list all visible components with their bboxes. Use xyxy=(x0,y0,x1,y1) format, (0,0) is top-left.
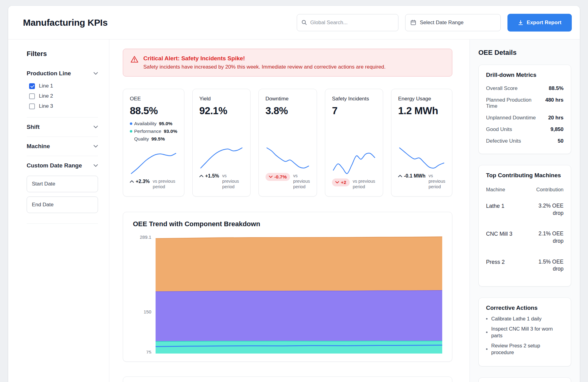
metric-row: Good Units 9,850 xyxy=(486,124,564,135)
y-axis-ticks: 289.115075 xyxy=(133,234,156,354)
chevron-down-icon xyxy=(269,176,273,178)
custom-date-inputs xyxy=(27,176,98,213)
custom-date-range-header[interactable]: Custom Date Range xyxy=(27,162,98,169)
machine-contribution: 1.5% OEE drop xyxy=(527,258,564,273)
yield-sparkline xyxy=(199,146,243,170)
export-report-label: Export Report xyxy=(527,20,561,26)
kpi-trend-block: -0.7% vs previous period xyxy=(266,146,310,189)
filter-section-custom-date-range: Custom Date Range xyxy=(27,156,98,224)
chevron-down-icon xyxy=(93,164,98,167)
y-tick-label: 75 xyxy=(146,349,151,354)
top-bar: Manufacturing KPIs Select Date Range Exp… xyxy=(8,6,580,39)
action-text: Calibrate Lathe 1 daily xyxy=(491,316,541,322)
shift-label: Shift xyxy=(27,124,40,130)
recent-incidents-card: Recent Incidents xyxy=(478,377,571,382)
machine-contribution: 3.2% OEE drop xyxy=(527,202,564,217)
machine-row: CNC Mill 3 2.1% OEE drop xyxy=(486,223,564,251)
date-range-label: Select Date Range xyxy=(420,20,464,26)
kpi-delta-row: +2.3% vs previous period xyxy=(130,178,177,189)
compare-label: vs previous period xyxy=(353,178,376,189)
compare-label: vs previous period xyxy=(153,178,177,189)
filters-sidebar: Filters Production Line Line 1 Line 2 xyxy=(8,39,109,382)
filter-section-production-line: Production Line Line 1 Line 2 xyxy=(27,70,98,118)
kpi-label: Yield xyxy=(199,96,243,102)
breakdown-name: Quality xyxy=(134,136,149,142)
metric-label: Overall Score xyxy=(486,85,519,92)
action-item: Review Press 2 setup procedure xyxy=(486,343,564,356)
warning-triangle-icon xyxy=(130,55,138,70)
filter-option-line-2[interactable]: Line 2 xyxy=(29,93,98,99)
metric-value: 480 hrs xyxy=(545,97,564,103)
checkbox-icon[interactable] xyxy=(29,93,35,99)
machine-row: Lathe 1 3.2% OEE drop xyxy=(486,196,564,223)
calendar-icon xyxy=(410,20,416,25)
caret-up-icon xyxy=(199,174,203,177)
machine-label: Machine xyxy=(27,143,50,150)
metric-row: Planned Production Time 480 hrs xyxy=(486,94,564,112)
breakdown-value: 95.0% xyxy=(159,121,172,126)
metric-row: Defective Units 50 xyxy=(486,135,564,147)
chart-area xyxy=(156,234,442,354)
global-search[interactable] xyxy=(297,14,398,31)
kpi-delta: -0.1 MWh xyxy=(398,173,425,179)
breakdown-name: Availability xyxy=(134,121,156,126)
alert-message: Safety incidents have increased by 20% t… xyxy=(143,64,386,70)
kpi-card-yield: Yield 92.1% +1.5% vs previous period xyxy=(192,89,251,197)
export-report-button[interactable]: Export Report xyxy=(507,14,572,32)
checkbox-label: Line 2 xyxy=(39,93,53,99)
performance-dot xyxy=(130,130,132,133)
checkbox-label: Line 1 xyxy=(39,83,53,89)
metric-label: Planned Production Time xyxy=(486,97,545,109)
checkbox-icon[interactable] xyxy=(29,83,35,89)
chevron-down-icon xyxy=(93,72,98,75)
energy-sparkline xyxy=(398,146,445,170)
machines-table-header: Machine Contribution xyxy=(486,183,564,196)
compare-label: vs previous period xyxy=(428,173,445,189)
filter-option-line-1[interactable]: Line 1 xyxy=(29,83,98,89)
search-input[interactable] xyxy=(310,20,394,26)
drill-down-title: Drill-down Metrics xyxy=(486,72,564,78)
end-date-input[interactable] xyxy=(27,197,98,213)
corrective-actions-title: Corrective Actions xyxy=(486,305,564,311)
oee-details-title: OEE Details xyxy=(478,49,571,57)
stacked-area-chart xyxy=(156,234,442,354)
col-machine: Machine xyxy=(486,187,505,193)
chevron-down-icon xyxy=(335,181,339,184)
action-item: Inspect CNC Mill 3 for worn parts xyxy=(486,326,564,339)
shift-header[interactable]: Shift xyxy=(27,124,98,130)
oee-details-sidebar: OEE Details Drill-down Metrics Overall S… xyxy=(469,39,580,382)
machine-header[interactable]: Machine xyxy=(27,143,98,150)
production-line-header[interactable]: Production Line xyxy=(27,70,98,77)
kpi-value: 3.8% xyxy=(266,105,310,117)
kpi-trend-block: +1.5% vs previous period xyxy=(199,146,243,189)
kpi-trend-block: -0.1 MWh vs previous period xyxy=(398,146,445,189)
metric-value: 20 hrs xyxy=(548,115,564,121)
delta-value: -0.7% xyxy=(274,174,287,180)
compare-label: vs previous period xyxy=(293,173,310,189)
safety-sparkline xyxy=(332,152,376,175)
breakdown-row: Performance 93.0% xyxy=(130,129,177,134)
delta-value: +2 xyxy=(341,180,346,185)
filter-option-line-3[interactable]: Line 3 xyxy=(29,103,98,109)
action-text: Inspect CNC Mill 3 for worn parts xyxy=(491,326,564,339)
kpi-delta-row: +1.5% vs previous period xyxy=(199,173,243,189)
checkbox-icon[interactable] xyxy=(29,103,35,109)
kpi-card-downtime: Downtime 3.8% -0.7% vs previous period xyxy=(258,89,317,197)
start-date-input[interactable] xyxy=(27,176,98,192)
kpi-delta-badge: -0.7% xyxy=(266,173,290,181)
breakdown-value: 99.5% xyxy=(151,136,165,142)
kpi-breakdown: Availability 95.0% Performance 93.0% Qua… xyxy=(130,121,177,144)
date-range-button[interactable]: Select Date Range xyxy=(405,14,501,31)
page-title: Manufacturing KPIs xyxy=(23,17,107,28)
oee-trend-card: OEE Trend with Component Breakdown 289.1… xyxy=(123,212,452,362)
production-line-label: Production Line xyxy=(27,70,71,77)
delta-value: -0.1 MWh xyxy=(404,173,425,179)
y-tick-label: 150 xyxy=(144,309,151,314)
kpi-trend-block: +2 vs previous period xyxy=(332,152,376,189)
top-machines-card: Top Contributing Machines Machine Contri… xyxy=(478,165,571,286)
bullet-icon xyxy=(486,331,488,333)
breakdown-row: Quality 99.5% xyxy=(130,136,177,142)
metric-value: 50 xyxy=(558,138,564,144)
filters-title: Filters xyxy=(27,50,98,58)
metric-row: Unplanned Downtime 20 hrs xyxy=(486,112,564,124)
